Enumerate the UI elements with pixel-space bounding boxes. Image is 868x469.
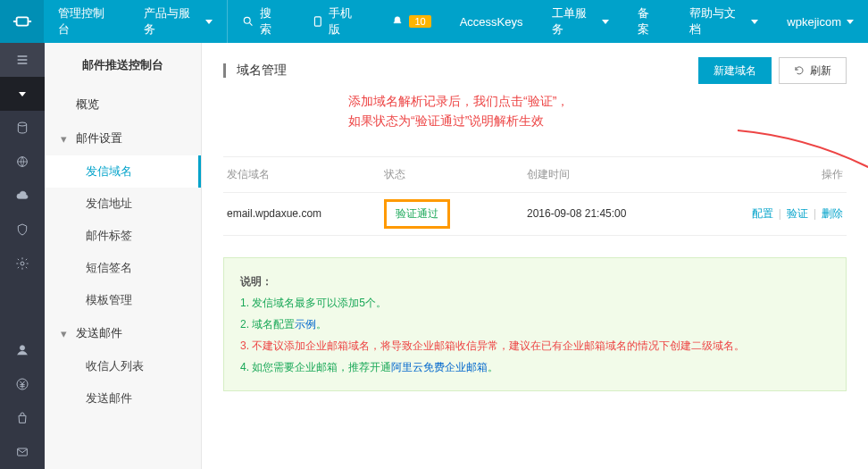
- chevron-down-icon: [847, 20, 854, 24]
- nav-accesskeys[interactable]: AccessKeys: [446, 0, 538, 43]
- th-action: 操作: [668, 167, 847, 182]
- notes-label: 说明：: [240, 271, 830, 292]
- domain-table: 发信域名 状态 创建时间 操作 email.wpdaxue.com 验证通过 2…: [223, 156, 847, 236]
- rail-dns[interactable]: [0, 179, 45, 213]
- th-time: 创建时间: [527, 167, 668, 182]
- rail-collapse[interactable]: [0, 77, 45, 111]
- rail-user[interactable]: [0, 333, 45, 367]
- svg-point-6: [20, 346, 24, 350]
- icon-rail: [0, 43, 45, 469]
- page-title: 域名管理: [237, 63, 287, 79]
- aliyun-mail-link[interactable]: 阿里云免费企业邮箱: [391, 361, 488, 373]
- example-link[interactable]: 示例: [295, 318, 316, 331]
- database-icon: [15, 121, 29, 135]
- action-verify[interactable]: 验证: [787, 206, 808, 222]
- menu-sender-domain[interactable]: 发信域名: [45, 155, 201, 188]
- menu-mail-tag[interactable]: 邮件标签: [45, 220, 201, 252]
- bag-icon: [15, 411, 29, 425]
- note-line-4: 4. 如您需要企业邮箱，推荐开通阿里云免费企业邮箱。: [240, 356, 830, 378]
- title-bar: [223, 63, 226, 78]
- svg-point-3: [18, 122, 26, 126]
- search-icon: [242, 15, 255, 28]
- cell-actions: 配置 | 验证 | 删除: [668, 206, 847, 222]
- svg-rect-0: [16, 17, 28, 25]
- nav-account-label: wpkejicom: [787, 15, 841, 29]
- menu-title: 邮件推送控制台: [45, 43, 201, 88]
- nav-help-label: 帮助与文档: [689, 5, 747, 38]
- menu-sender-address[interactable]: 发信地址: [45, 188, 201, 220]
- table-header: 发信域名 状态 创建时间 操作: [223, 157, 847, 193]
- nav-beian[interactable]: 备案: [623, 0, 675, 43]
- note-line-2: 2. 域名配置示例。: [240, 314, 830, 335]
- main-content: 域名管理 新建域名 刷新 添加域名解析记录后，我们点击“验证”， 如果状态为“验…: [202, 43, 868, 469]
- refresh-icon: [794, 65, 805, 76]
- svg-point-1: [245, 17, 251, 23]
- chevron-down-icon: [751, 20, 758, 24]
- nav-tickets-label: 工单服务: [552, 5, 597, 38]
- nav-search-label: 搜索: [260, 5, 282, 38]
- action-delete[interactable]: 删除: [822, 206, 843, 222]
- gear-icon: [15, 256, 29, 271]
- rail-billing[interactable]: [0, 367, 45, 401]
- menu-icon: [15, 53, 29, 67]
- user-icon: [15, 343, 29, 357]
- menu-template[interactable]: 模板管理: [45, 284, 201, 316]
- rail-globe[interactable]: [0, 145, 45, 179]
- menu-recipients[interactable]: 收信人列表: [45, 350, 201, 382]
- phone-icon: [312, 15, 324, 28]
- top-bar: 管理控制台 产品与服务 搜索 手机版 10 AccessKeys 工单服务 备案…: [0, 0, 868, 43]
- chevron-down-icon: [19, 92, 26, 96]
- cell-domain: email.wpdaxue.com: [223, 207, 384, 220]
- svg-rect-8: [18, 448, 28, 456]
- nav-mobile-label: 手机版: [329, 5, 363, 38]
- chevron-down-icon: [205, 20, 213, 24]
- nav-tickets[interactable]: 工单服务: [538, 0, 624, 43]
- nav-help[interactable]: 帮助与文档: [675, 0, 773, 43]
- nav-console[interactable]: 管理控制台: [44, 0, 129, 43]
- globe-icon: [15, 155, 29, 169]
- page-header: 域名管理 新建域名 刷新: [223, 57, 847, 84]
- table-row: email.wpdaxue.com 验证通过 2016-09-08 21:45:…: [223, 193, 847, 236]
- rail-shield[interactable]: [0, 213, 45, 247]
- notes-panel: 说明： 1. 发信域名最多可以添加5个。 2. 域名配置示例。 3. 不建议添加…: [223, 257, 847, 391]
- menu-overview[interactable]: 概览: [45, 88, 201, 121]
- th-status: 状态: [384, 167, 527, 182]
- logo[interactable]: [0, 0, 44, 43]
- shield-icon: [15, 222, 29, 237]
- note-line-1: 1. 发信域名最多可以添加5个。: [240, 292, 830, 314]
- annotation-overlay: 添加域名解析记录后，我们点击“验证”， 如果状态为“验证通过”说明解析生效: [348, 91, 847, 131]
- rail-database[interactable]: [0, 111, 45, 145]
- action-config[interactable]: 配置: [752, 206, 773, 222]
- side-menu: 邮件推送控制台 概览 ▾邮件设置 发信域名 发信地址 邮件标签 短信签名 模板管…: [45, 43, 202, 469]
- new-domain-button[interactable]: 新建域名: [698, 57, 772, 84]
- rail-market[interactable]: [0, 401, 45, 435]
- menu-mail-settings[interactable]: ▾邮件设置: [45, 121, 201, 155]
- notification-badge: 10: [409, 15, 430, 28]
- rail-settings[interactable]: [0, 247, 45, 281]
- nav-notifications[interactable]: 10: [377, 0, 445, 43]
- note-line-3: 3. 不建议添加企业邮箱域名，将导致企业邮箱收信异常，建议在已有企业邮箱域名的情…: [240, 335, 830, 356]
- bell-icon: [391, 15, 404, 28]
- status-badge: 验证通过: [384, 199, 450, 229]
- brand-icon: [13, 12, 32, 31]
- rail-mail[interactable]: [0, 435, 45, 469]
- rail-menu-toggle[interactable]: [0, 43, 45, 77]
- menu-sms-sign[interactable]: 短信签名: [45, 252, 201, 284]
- nav-account[interactable]: wpkejicom: [772, 0, 868, 43]
- nav-search[interactable]: 搜索: [228, 0, 296, 43]
- yen-icon: [15, 377, 29, 391]
- nav-products-label: 产品与服务: [144, 5, 201, 38]
- refresh-button[interactable]: 刷新: [779, 57, 847, 84]
- nav-products[interactable]: 产品与服务: [129, 0, 228, 43]
- svg-point-5: [21, 262, 24, 265]
- svg-rect-2: [314, 17, 321, 26]
- th-domain: 发信域名: [223, 167, 384, 182]
- menu-send-mail[interactable]: ▾发送邮件: [45, 316, 201, 350]
- cell-time: 2016-09-08 21:45:00: [527, 207, 668, 220]
- nav-mobile[interactable]: 手机版: [297, 0, 378, 43]
- menu-do-send[interactable]: 发送邮件: [45, 382, 201, 415]
- mail-icon: [15, 445, 29, 459]
- chevron-down-icon: [602, 20, 609, 24]
- cloud-icon: [15, 188, 29, 203]
- cell-status: 验证通过: [384, 199, 527, 229]
